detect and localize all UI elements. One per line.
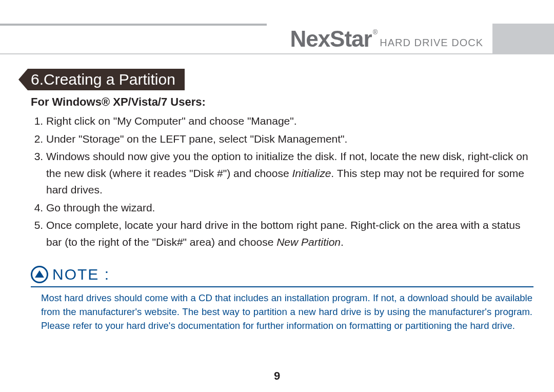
- note-heading: NOTE :: [31, 266, 533, 283]
- brand-main: NexStar: [290, 24, 371, 54]
- section-number: 6.: [31, 71, 44, 88]
- list-item: Once complete, locate your hard drive in…: [46, 217, 533, 250]
- list-item: Go through the wizard.: [46, 200, 533, 217]
- list-item: Under "Storage" on the LEFT pane, select…: [46, 131, 533, 148]
- subheading: For Windows® XP/Vista/7 Users:: [31, 95, 533, 109]
- brand-registered: ®: [373, 28, 378, 36]
- step-text: Go through the wizard.: [46, 202, 155, 213]
- content: For Windows® XP/Vista/7 Users: Right cli…: [31, 95, 533, 251]
- note-label: NOTE :: [52, 266, 110, 283]
- ribbon-triangle-icon: [18, 69, 28, 90]
- list-item: Windows should now give you the option t…: [46, 148, 533, 199]
- page-root: NexStar ® HARD DRIVE DOCK 6. Creating a …: [0, 0, 554, 392]
- step-italic: New Partition: [276, 236, 341, 248]
- header: NexStar ® HARD DRIVE DOCK: [0, 24, 554, 54]
- brand: NexStar ® HARD DRIVE DOCK: [267, 24, 492, 54]
- section-ribbon: 6. Creating a Partition: [18, 69, 185, 90]
- step-text: Right click on "My Computer" and choose …: [46, 115, 297, 127]
- triangle-up-icon: [31, 266, 48, 283]
- step-italic: Initialize: [292, 167, 331, 179]
- note-block: NOTE : Most hard drives should come with…: [31, 266, 533, 332]
- page-number: 9: [0, 369, 554, 383]
- section-title: 6. Creating a Partition: [28, 69, 185, 90]
- header-bottom-rule: [0, 53, 554, 54]
- brand-sub: HARD DRIVE DOCK: [380, 30, 483, 49]
- steps-list: Right click on "My Computer" and choose …: [31, 113, 533, 250]
- step-text: Under "Storage" on the LEFT pane, select…: [46, 133, 347, 145]
- header-grey-block: [492, 24, 554, 54]
- section-title-text: Creating a Partition: [44, 71, 175, 88]
- step-text-b: .: [341, 236, 344, 248]
- list-item: Right click on "My Computer" and choose …: [46, 113, 533, 130]
- note-body: Most hard drives should come with a CD t…: [31, 287, 533, 332]
